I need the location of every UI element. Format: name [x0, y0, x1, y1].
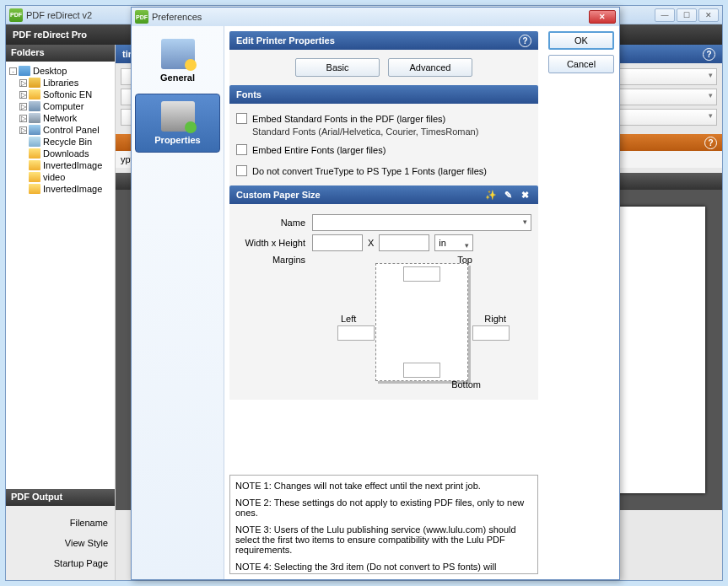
edit-paper-icon[interactable]: ✎ [501, 188, 515, 202]
tree-item[interactable]: ▷Network [8, 112, 113, 124]
pdf-output-body: FilenameView StyleStartup Page [6, 506, 115, 580]
dialog-titlebar[interactable]: PDF Preferences ✕ [132, 8, 619, 26]
expander-icon[interactable]: ▷ [19, 126, 27, 134]
tree-label: Computer [43, 101, 84, 111]
help-icon[interactable]: ? [703, 48, 715, 61]
dialog-title: Preferences [152, 12, 202, 22]
dialog-buttons: OK Cancel [543, 26, 619, 579]
category-general[interactable]: General [135, 31, 220, 90]
help-icon[interactable]: ? [704, 137, 717, 149]
comp-icon [29, 101, 40, 111]
checkbox-icon[interactable] [236, 165, 247, 176]
category-properties[interactable]: Properties [135, 94, 220, 153]
category-label: Properties [154, 135, 200, 145]
props-icon [161, 101, 195, 132]
width-input[interactable] [312, 234, 363, 251]
tree-label: Downloads [43, 148, 89, 159]
left-column: Folders -Desktop▷Libraries▷Softonic EN▷C… [6, 45, 116, 580]
app-icon: PDF [9, 8, 23, 22]
note-line: NOTE 3: Users of the Lulu publishing ser… [235, 524, 532, 555]
ok-button[interactable]: OK [548, 31, 614, 50]
tree-label: Control Panel [43, 125, 100, 135]
note-line: NOTE 1: Changes will not take effect unt… [235, 481, 532, 491]
expander-icon[interactable]: - [9, 67, 17, 75]
margin-right-input[interactable] [472, 325, 510, 341]
top-label: Top [457, 255, 472, 265]
standard-fonts-sublabel: Standard Fonts (Arial/Helvetica, Courier… [236, 126, 531, 137]
folder-icon [29, 160, 40, 170]
minimize-button[interactable]: — [655, 8, 675, 22]
general-icon [161, 39, 195, 69]
expander-icon[interactable]: ▷ [19, 91, 27, 99]
note-line: NOTE 4: Selecting the 3rd item (Do not c… [235, 562, 532, 572]
bottom-label: Bottom [451, 379, 481, 390]
tree-label: Libraries [43, 78, 78, 88]
close-button[interactable]: ✕ [698, 8, 719, 22]
tree-item[interactable]: ▷Control Panel [8, 124, 113, 136]
delete-paper-icon[interactable]: ✖ [518, 188, 531, 202]
tree-item[interactable]: ▷Computer [8, 100, 113, 112]
cpanel-icon [29, 125, 40, 135]
dialog-close-button[interactable]: ✕ [589, 10, 616, 24]
output-row: View Style [9, 533, 111, 553]
tree-label: Softonic EN [43, 89, 92, 99]
tree-label: InvertedImage [43, 184, 102, 194]
tree-item[interactable]: InvertedImage [8, 159, 113, 171]
checkbox-icon[interactable] [236, 113, 247, 124]
notes-textarea[interactable]: NOTE 1: Changes will not take effect unt… [229, 475, 538, 574]
name-label: Name [236, 218, 312, 228]
lib-icon [29, 78, 40, 88]
margin-left-input[interactable] [337, 325, 375, 341]
folder-tree[interactable]: -Desktop▷Libraries▷Softonic EN▷Computer▷… [6, 62, 115, 247]
tree-item[interactable]: InvertedImage [8, 183, 113, 195]
basic-tab[interactable]: Basic [295, 58, 380, 77]
app-icon: PDF [135, 10, 148, 24]
folder-icon [29, 89, 40, 99]
expander-icon[interactable]: ▷ [19, 79, 27, 87]
tree-item[interactable]: -Desktop [8, 65, 113, 77]
checkbox-icon[interactable] [236, 144, 247, 155]
tree-item[interactable]: Downloads [8, 148, 113, 159]
note-line: NOTE 2: These settings do not apply to e… [235, 497, 532, 518]
no-convert-row[interactable]: Do not convert TrueType to PS Type 1 Fon… [236, 163, 531, 179]
tree-item[interactable]: video [8, 171, 113, 183]
pdf-output-header: PDF Output [6, 489, 115, 506]
embed-entire-row[interactable]: Embed Entire Fonts (larger files) [236, 142, 531, 158]
dialog-main: Edit Printer Properties ? Basic Advanced… [224, 26, 543, 579]
right-label: Right [484, 314, 506, 324]
embed-standard-label: Embed Standard Fonts in the PDF (larger … [252, 114, 445, 124]
margin-top-input[interactable] [403, 266, 440, 282]
embed-standard-row[interactable]: Embed Standard Fonts in the PDF (larger … [236, 110, 531, 126]
advanced-tab[interactable]: Advanced [388, 58, 472, 77]
folder-icon [29, 184, 40, 194]
recycle-icon [29, 137, 40, 147]
margin-bottom-input[interactable] [403, 363, 440, 378]
embed-entire-label: Embed Entire Fonts (larger files) [252, 145, 386, 155]
tree-label: InvertedImage [43, 160, 102, 170]
tree-item[interactable]: Recycle Bin [8, 136, 113, 148]
new-paper-icon[interactable]: ✨ [484, 188, 498, 202]
height-input[interactable] [379, 234, 429, 251]
help-icon[interactable]: ? [519, 35, 531, 47]
margins-label: Margins [236, 255, 312, 265]
tree-label: video [43, 172, 65, 182]
wh-label: Width x Height [236, 238, 312, 248]
unit-dropdown[interactable]: in [434, 234, 473, 251]
maximize-button[interactable]: ☐ [677, 8, 697, 22]
expander-icon[interactable]: ▷ [19, 115, 27, 122]
cancel-button[interactable]: Cancel [548, 55, 614, 73]
tree-label: Network [43, 113, 77, 123]
folder-icon [29, 172, 40, 182]
paper-header: Custom Paper Size ✨ ✎ ✖ [229, 185, 538, 204]
paper-name-dropdown[interactable] [312, 214, 531, 231]
folders-header: Folders [6, 45, 115, 62]
main-title: PDF reDirect v2 [26, 10, 92, 20]
x-label: X [363, 238, 379, 248]
edit-printer-header: Edit Printer Properties ? [229, 31, 538, 50]
folder-icon [29, 148, 40, 159]
tree-item[interactable]: ▷Libraries [8, 77, 113, 89]
net-icon [29, 113, 40, 123]
expander-icon[interactable]: ▷ [19, 103, 27, 110]
tree-item[interactable]: ▷Softonic EN [8, 89, 113, 100]
left-label: Left [341, 314, 356, 324]
